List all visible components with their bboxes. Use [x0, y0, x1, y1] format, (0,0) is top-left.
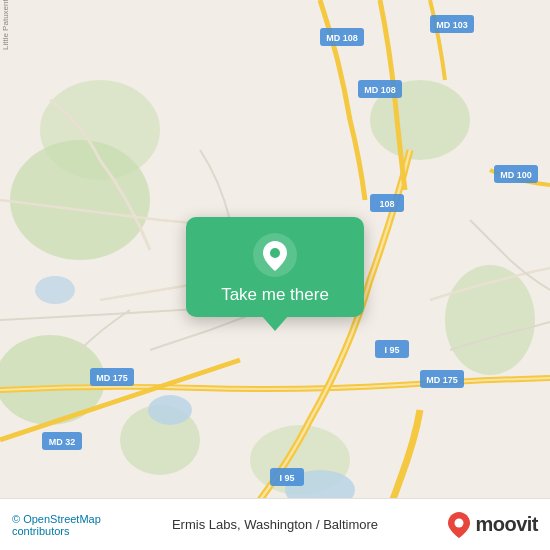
svg-point-34 — [455, 518, 464, 527]
svg-point-7 — [40, 80, 160, 180]
take-me-there-button[interactable]: Take me there — [221, 285, 329, 305]
svg-text:108: 108 — [379, 199, 394, 209]
bottom-bar: © OpenStreetMap contributors Ermis Labs,… — [0, 498, 550, 550]
svg-text:MD 32: MD 32 — [49, 437, 76, 447]
svg-text:MD 108: MD 108 — [326, 33, 358, 43]
svg-text:MD 108: MD 108 — [364, 85, 396, 95]
osm-credit: © OpenStreetMap contributors — [12, 513, 144, 537]
svg-text:MD 175: MD 175 — [426, 375, 458, 385]
osm-credit-text: © OpenStreetMap contributors — [12, 513, 101, 537]
moovit-logo[interactable]: moovit — [407, 512, 539, 538]
svg-text:I 95: I 95 — [279, 473, 294, 483]
svg-text:MD 103: MD 103 — [436, 20, 468, 30]
svg-text:I 95: I 95 — [384, 345, 399, 355]
popup-card[interactable]: Take me there — [186, 217, 364, 317]
map-container: MD 175 MD 175 I 95 I 95 MD 108 MD 108 MD… — [0, 0, 550, 550]
svg-point-8 — [148, 395, 192, 425]
svg-text:Little Patuxent R: Little Patuxent R — [1, 0, 10, 50]
svg-point-10 — [35, 276, 75, 304]
location-pin-icon — [253, 233, 297, 277]
svg-text:MD 175: MD 175 — [96, 373, 128, 383]
svg-text:MD 100: MD 100 — [500, 170, 532, 180]
moovit-brand-text: moovit — [475, 513, 538, 536]
svg-point-33 — [270, 248, 280, 258]
moovit-pin-icon — [448, 512, 470, 538]
location-name: Ermis Labs, Washington / Baltimore — [144, 517, 407, 532]
